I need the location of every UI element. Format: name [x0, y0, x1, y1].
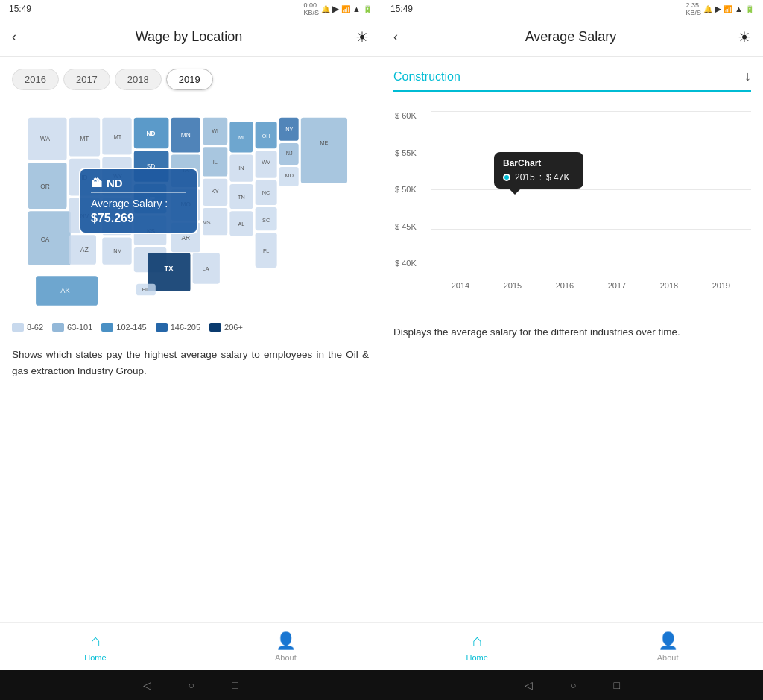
content-left: 2016 2017 2018 2019	[0, 57, 381, 622]
svg-text:AL: AL	[238, 221, 245, 227]
nav-home-label-right: Home	[466, 653, 487, 662]
y-label-60k: $ 60K	[395, 111, 417, 120]
svg-text:NC: NC	[262, 189, 270, 196]
tooltip-sep: :	[539, 172, 542, 183]
svg-text:HI: HI	[142, 286, 148, 293]
svg-text:NJ: NJ	[286, 150, 293, 157]
legend-swatch-3	[101, 323, 113, 332]
year-tabs: 2016 2017 2018 2019	[12, 57, 369, 96]
tooltip-dot	[503, 174, 510, 181]
y-label-45k: $ 45K	[395, 222, 417, 231]
chart-tooltip-title: BarChart	[503, 158, 574, 168]
x-labels: 2014 2015 2016 2017 2018 2019	[431, 281, 751, 290]
legend-item-3: 102-145	[101, 323, 146, 332]
svg-text:ND: ND	[147, 130, 156, 137]
back-android-right[interactable]: ◁	[525, 679, 533, 691]
header-right: ‹ Average Salary ☀	[382, 18, 763, 57]
legend-item-1: 8-62	[12, 323, 43, 332]
svg-text:IL: IL	[213, 159, 218, 165]
tab-2017[interactable]: 2017	[63, 69, 110, 90]
back-button-left[interactable]: ‹	[12, 26, 22, 48]
svg-text:LA: LA	[203, 265, 209, 272]
svg-text:SC: SC	[262, 217, 270, 224]
industry-dropdown[interactable]: Construction ↓	[393, 57, 751, 92]
data-speed-left: 0.00KB/S	[304, 1, 320, 16]
bottom-nav-left: ⌂ Home 👤 About	[0, 622, 381, 670]
nav-about-left[interactable]: 👤 About	[275, 631, 297, 662]
person-icon-left: 👤	[276, 631, 296, 651]
svg-text:AR: AR	[182, 234, 191, 242]
svg-text:WA: WA	[40, 135, 51, 142]
svg-text:AK: AK	[60, 287, 70, 294]
nav-home-right[interactable]: ⌂ Home	[466, 631, 487, 662]
back-button-right[interactable]: ‹	[393, 26, 404, 48]
legend-item-2: 63-101	[52, 323, 92, 332]
svg-text:WV: WV	[262, 159, 270, 165]
svg-text:KY: KY	[212, 188, 219, 195]
svg-text:ME: ME	[320, 139, 328, 146]
tab-2019[interactable]: 2019	[166, 69, 213, 90]
map-tooltip-title: 🏔 ND	[91, 177, 186, 193]
map-tooltip: 🏔 ND Average Salary : $75.269	[79, 168, 198, 234]
map-tooltip-value: $75.269	[91, 212, 186, 225]
battery-icon-right: 🔋	[745, 5, 754, 13]
x-label-2016: 2016	[539, 281, 591, 290]
x-label-2017: 2017	[591, 281, 643, 290]
svg-text:MT: MT	[114, 133, 122, 140]
svg-text:WI: WI	[212, 127, 218, 134]
nav-about-right[interactable]: 👤 About	[657, 631, 679, 662]
battery-icon: 🔋	[363, 5, 372, 13]
status-time-left: 15:49	[9, 4, 31, 14]
svg-text:IN: IN	[238, 165, 244, 171]
chart-tooltip: BarChart 2015 : $ 47K	[494, 152, 583, 189]
tooltip-value: $ 47K	[546, 172, 569, 183]
svg-text:MN: MN	[181, 131, 191, 139]
header-left: ‹ Wage by Location ☀	[0, 18, 381, 57]
alarm-icon: 🔔	[321, 5, 330, 13]
svg-text:MS: MS	[203, 219, 211, 226]
svg-text:MI: MI	[238, 134, 244, 141]
back-android-left[interactable]: ◁	[143, 679, 151, 691]
legend-swatch-2	[52, 323, 64, 332]
svg-text:NM: NM	[113, 247, 121, 254]
home-android-right[interactable]: ○	[570, 679, 576, 691]
person-icon-right: 👤	[658, 631, 678, 651]
status-bar-left: 15:49 0.00KB/S 🔔 ▶ 📶 ▲ 🔋	[0, 0, 381, 18]
map-legend: 8-62 63-101 102-145 146-205 206+	[12, 317, 369, 341]
recents-android-left[interactable]: □	[232, 679, 238, 691]
svg-text:TN: TN	[238, 194, 245, 201]
chart-area: $ 60K $ 55K $ 50K $ 45K $ 40K	[431, 111, 751, 290]
x-label-2018: 2018	[643, 281, 695, 290]
map-container[interactable]: WA OR CA MT ID NV AZ MT WY CO NM ND SD N…	[12, 102, 369, 311]
android-bar-left: ◁ ○ □	[0, 670, 381, 700]
data-speed-right: 2.35KB/S	[686, 1, 702, 16]
y-label-55k: $ 55K	[395, 148, 417, 157]
status-icons-right: 2.35KB/S 🔔 ▶ 📶 ▲ 🔋	[686, 1, 754, 16]
svg-text:MT: MT	[80, 135, 89, 142]
recents-android-right[interactable]: □	[614, 679, 620, 691]
bottom-nav-right: ⌂ Home 👤 About	[382, 622, 763, 670]
wifi-icon: 📶	[341, 5, 350, 13]
theme-button-right[interactable]: ☀	[738, 28, 751, 46]
legend-swatch-1	[12, 323, 24, 332]
legend-swatch-5	[209, 323, 221, 332]
theme-button-left[interactable]: ☀	[355, 28, 369, 46]
dropdown-value: Construction	[393, 70, 460, 83]
tab-2016[interactable]: 2016	[12, 69, 59, 90]
nav-home-left[interactable]: ⌂ Home	[84, 631, 106, 662]
legend-item-5: 206+	[209, 323, 243, 332]
alarm-icon-right: 🔔	[703, 5, 712, 13]
wifi-icon-right: 📶	[724, 5, 732, 13]
home-android-left[interactable]: ○	[189, 679, 194, 691]
svg-text:CA: CA	[41, 236, 50, 243]
map-icon: 🏔	[91, 177, 102, 189]
x-label-2015: 2015	[487, 281, 539, 290]
page-title-right: Average Salary	[525, 29, 617, 45]
tooltip-year: 2015	[515, 172, 535, 183]
y-label-50k: $ 50K	[395, 185, 417, 194]
network-icon-right: ▲	[735, 4, 743, 13]
svg-text:TX: TX	[165, 265, 174, 272]
signal-icon-right: ▶	[715, 4, 721, 14]
dropdown-arrow-icon: ↓	[744, 69, 751, 84]
tab-2018[interactable]: 2018	[115, 69, 162, 90]
